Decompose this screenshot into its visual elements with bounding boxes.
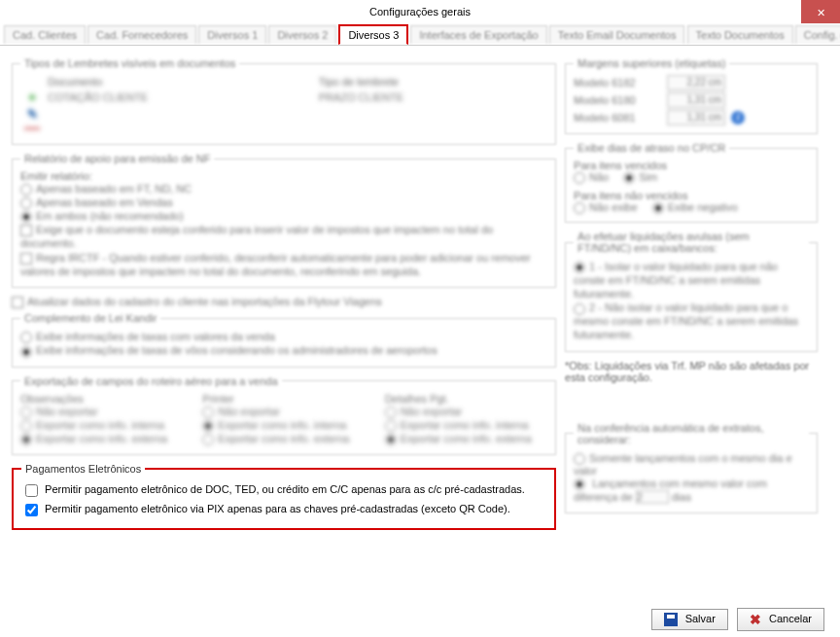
obs-externa[interactable]: Exportar como info. externa [20, 433, 183, 445]
margem-6182-val[interactable]: 2,22 cm [667, 75, 725, 90]
group-lembretes: Tipos de Lembretes visíveis em documento… [12, 57, 556, 145]
group-dias-atraso: Exibe dias de atraso no CP/CR Para itens… [565, 142, 818, 223]
group-lei-kandir: Complemento de Lei Kandir Exibe informaç… [12, 312, 556, 367]
opt-ambos[interactable]: Em ambos (não recomendado) [20, 210, 547, 223]
conf-opt-1[interactable]: Somente lançamentos com o mesmo dia e va… [574, 452, 809, 477]
window-title: Configurações gerais [369, 0, 471, 23]
lembrete-tipo: PRAZO CLIENTE [315, 88, 547, 106]
nao-vencidos-nao[interactable]: Não exibe [574, 201, 638, 214]
liq-note: *Obs: Liquidações via Trf. MP não são af… [565, 360, 818, 383]
tab-texto-email-documentos[interactable]: Texto Email Documentos [549, 25, 685, 44]
nao-vencidos-neg[interactable]: Exibe negativo [652, 201, 738, 214]
group-export-roteiro: Exportação de campos do roteiro aéreo pa… [12, 375, 556, 455]
chk-exige-conferido[interactable]: Exige que o documento esteja conferido p… [20, 224, 547, 251]
margem-6081-label: Modelo 6081 [574, 112, 661, 124]
chk-pagamento-doc-ted-box[interactable] [25, 484, 38, 497]
save-button[interactable]: Salvar [651, 609, 728, 630]
group-margens: Margens superiores (etiquetas) Modelo 61… [565, 57, 818, 134]
det-nao-exportar[interactable]: Não exportar [385, 406, 547, 418]
tab-strip: Cad. Clientes Cad. Fornecedores Diversos… [0, 23, 840, 46]
chk-pagamento-pix-box[interactable] [25, 504, 38, 516]
tab-diversos-1[interactable]: Diversos 1 [198, 25, 266, 44]
tab-diversos-2[interactable]: Diversos 2 [268, 25, 336, 44]
info-icon[interactable]: i [731, 111, 745, 124]
chk-pagamento-pix[interactable]: Permitir pagamento eletrônico via PIX ap… [21, 501, 546, 519]
liq-opt-1[interactable]: 1 - Isolar o valor liquidado para que nã… [574, 261, 809, 301]
printer-label: Printer [202, 393, 365, 405]
nao-vencidos-label: Para itens não vencidos [574, 190, 809, 201]
tab-content: Tipos de Lembretes visíveis em documento… [0, 46, 840, 590]
tab-cad-fornecedores[interactable]: Cad. Fornecedores [88, 25, 196, 44]
col-tipo-lembrete: Tipo de lembrete [315, 75, 547, 88]
emitir-relatorio-label: Emitir relatório: [20, 170, 547, 182]
tab-cad-clientes[interactable]: Cad. Clientes [4, 25, 86, 44]
group-conferencia: Na conferência automática de extratos, c… [565, 422, 818, 513]
group-relatorio-nf-legend: Relatório de apoio para emissão de NF [20, 153, 214, 164]
footer-buttons: Salvar ✖ Cancelar [646, 608, 824, 631]
conf-opt-2[interactable]: Lançamentos com mesmo valor com diferenç… [574, 478, 809, 504]
chk-atualizar-flytour[interactable]: Atualizar dados do cadastro do cliente n… [12, 296, 556, 308]
printer-externa[interactable]: Exportar como info. externa [202, 433, 365, 445]
group-margens-legend: Margens superiores (etiquetas) [574, 57, 729, 69]
group-relatorio-nf: Relatório de apoio para emissão de NF Em… [12, 153, 556, 288]
group-liquidacoes-legend: Ao efetuar liquidações avulsas (sem FT/N… [574, 230, 809, 254]
group-pagamentos-eletronicos: Pagamentos Eletrônicos Permitir pagament… [12, 463, 556, 530]
vencidos-label: Para itens vencidos [574, 159, 809, 171]
remove-icon[interactable]: — [24, 120, 40, 136]
group-pagamentos-legend: Pagamentos Eletrônicos [21, 463, 145, 475]
group-liquidacoes: Ao efetuar liquidações avulsas (sem FT/N… [565, 230, 818, 352]
chk-regra-irctf[interactable]: Regra IRCTF - Quando estiver conferido, … [20, 252, 547, 279]
obs-nao-exportar[interactable]: Não exportar [20, 406, 183, 418]
margem-6182-label: Modelo 6182 [574, 77, 661, 88]
tab-config-vendas[interactable]: Config. de Vendas [795, 25, 840, 44]
cancel-button[interactable]: ✖ Cancelar [737, 608, 824, 631]
det-externa[interactable]: Exportar como info. externa [385, 433, 547, 445]
group-lembretes-legend: Tipos de Lembretes visíveis em documento… [20, 57, 239, 69]
close-button[interactable]: ✕ [801, 0, 840, 23]
vencidos-nao[interactable]: Não [574, 171, 609, 184]
close-icon: ✕ [817, 7, 825, 18]
window-titlebar: Configurações gerais ✕ [0, 0, 840, 23]
tab-texto-documentos[interactable]: Texto Documentos [687, 25, 793, 44]
lembrete-row[interactable]: + COTAÇÃO CLIENTE PRAZO CLIENTE [20, 88, 547, 106]
add-icon[interactable]: + [28, 89, 36, 105]
margem-6180-label: Modelo 6180 [574, 94, 661, 106]
lembrete-doc: COTAÇÃO CLIENTE [44, 88, 315, 106]
opt-kandir-valores[interactable]: Exibe informações de taxas com valores d… [20, 331, 547, 343]
obs-label: Observações [20, 393, 183, 405]
conf-dias-input[interactable]: 2 [636, 490, 669, 504]
margem-6081-val[interactable]: 1,31 cm [667, 110, 725, 125]
opt-kandir-aeroportos[interactable]: Exibe informações de taxas de vôos consi… [20, 344, 547, 357]
group-conferencia-legend: Na conferência automática de extratos, c… [574, 422, 809, 445]
printer-interna[interactable]: Exportar como info. interna [202, 419, 365, 432]
det-label: Detalhes Pgt. [385, 393, 547, 405]
margem-6180-val[interactable]: 1,31 cm [667, 92, 725, 108]
cancel-icon: ✖ [750, 612, 761, 627]
det-interna[interactable]: Exportar como info. interna [385, 419, 547, 432]
printer-nao-exportar[interactable]: Não exportar [202, 406, 365, 418]
opt-ft[interactable]: Apenas baseado em FT, ND, NC [20, 183, 547, 195]
vencidos-sim[interactable]: Sim [623, 171, 657, 184]
opt-vendas[interactable]: Apenas baseado em Vendas [20, 196, 547, 209]
group-dias-atraso-legend: Exibe dias de atraso no CP/CR [574, 142, 729, 154]
tab-diversos-3[interactable]: Diversos 3 [338, 24, 408, 45]
group-export-roteiro-legend: Exportação de campos do roteiro aéreo pa… [20, 375, 282, 387]
group-lei-kandir-legend: Complemento de Lei Kandir [20, 312, 160, 324]
liq-opt-2[interactable]: 2 - Não isolar o valor liquidado para qu… [574, 301, 809, 341]
chk-pagamento-doc-ted[interactable]: Permitir pagamento eletrônico de DOC, TE… [21, 481, 546, 500]
obs-interna[interactable]: Exportar como info. interna [20, 419, 183, 432]
tab-interfaces-exportacao[interactable]: Interfaces de Exportação [410, 25, 546, 44]
save-icon [664, 613, 678, 626]
col-documento: Documento [44, 75, 315, 88]
